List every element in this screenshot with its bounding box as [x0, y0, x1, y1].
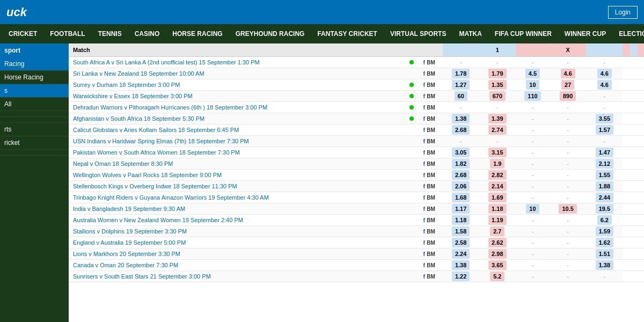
odds-cell[interactable]: 5.2 — [479, 271, 516, 282]
match-name[interactable]: Afghanistan v South Africa 18 September … — [69, 113, 401, 125]
odds-value[interactable]: 1.51 — [596, 249, 613, 259]
match-name[interactable]: Calicut Globstars v Aries Kollam Sailors… — [69, 125, 401, 136]
odds-value[interactable]: 2.98 — [488, 249, 506, 259]
odds-value[interactable]: 1.27 — [452, 80, 470, 90]
odds-cell[interactable]: 890 — [550, 91, 586, 102]
odds-cell[interactable]: 2.58 — [443, 237, 479, 248]
nav-item-virtual-sports[interactable]: VIRTUAL SPORTS — [384, 24, 452, 43]
odds-cell[interactable]: 2.62 — [479, 237, 516, 248]
odds-value[interactable]: 110 — [524, 91, 540, 101]
odds-value[interactable]: 3.55 — [596, 114, 613, 123]
sidebar-item[interactable] — [0, 150, 69, 156]
match-name[interactable]: Stellenbosch Kings v Overberg Indwe 18 S… — [69, 181, 401, 192]
odds-value[interactable]: 10 — [526, 80, 539, 90]
sidebar-item[interactable]: Racing — [0, 57, 69, 71]
sidebar-item[interactable]: rts — [0, 123, 69, 136]
nav-item-football[interactable]: FOOTBALL — [43, 24, 91, 43]
odds-value[interactable]: 1.22 — [452, 272, 470, 281]
match-name[interactable]: Lions v Markhors 20 September 3:30 PM — [69, 248, 401, 260]
nav-item-casino[interactable]: CASINO — [128, 24, 166, 43]
sidebar-item[interactable]: All — [0, 98, 69, 111]
odds-cell[interactable]: 1.59 — [586, 226, 623, 237]
odds-cell[interactable]: 1.38 — [586, 260, 623, 271]
odds-cell[interactable]: 1.58 — [443, 226, 479, 237]
match-name[interactable]: Sri Lanka v New Zealand 18 September 10:… — [69, 68, 401, 79]
odds-value[interactable]: 1.47 — [596, 148, 613, 157]
match-name[interactable]: Stallions v Dolphins 19 September 3:30 P… — [69, 226, 401, 237]
odds-value[interactable]: 2.74 — [488, 125, 506, 135]
odds-value[interactable]: 1.58 — [452, 226, 470, 236]
odds-cell[interactable]: 1.79 — [479, 68, 516, 79]
odds-value[interactable]: 1.78 — [452, 69, 470, 78]
odds-value[interactable]: 1.55 — [596, 170, 613, 180]
odds-value[interactable]: 2.68 — [452, 170, 470, 180]
odds-cell[interactable]: 10 — [516, 79, 550, 91]
odds-value[interactable]: 2.14 — [488, 181, 506, 191]
odds-cell[interactable]: 2.12 — [586, 158, 623, 170]
odds-value[interactable]: 1.39 — [488, 114, 506, 123]
match-name[interactable]: Trinbago Knight Riders v Guyana Amazon W… — [69, 192, 401, 203]
odds-value[interactable]: 2.68 — [452, 125, 470, 135]
match-name[interactable]: Wellington Wolves v Paarl Rocks 18 Septe… — [69, 170, 401, 181]
match-name[interactable]: Sunrisers v South East Stars 21 Septembe… — [69, 271, 401, 282]
odds-cell[interactable]: 1.18 — [479, 203, 516, 215]
odds-value[interactable]: 1.18 — [452, 215, 470, 225]
odds-cell[interactable]: 3.15 — [479, 147, 516, 158]
odds-value[interactable]: 3.05 — [452, 148, 470, 157]
odds-cell[interactable]: 2.14 — [479, 181, 516, 192]
odds-cell[interactable]: 2.68 — [443, 125, 479, 136]
odds-cell[interactable]: 1.51 — [586, 248, 623, 260]
odds-cell[interactable]: 110 — [516, 91, 550, 102]
odds-cell[interactable]: 19.5 — [586, 203, 623, 215]
odds-cell[interactable]: 27 — [550, 79, 586, 91]
odds-value[interactable]: 1.59 — [596, 226, 613, 236]
odds-value[interactable]: 1.17 — [452, 204, 470, 214]
odds-value[interactable]: 4.6 — [597, 69, 612, 78]
odds-value[interactable]: 2.62 — [488, 238, 506, 247]
odds-value[interactable]: 1.18 — [488, 204, 506, 214]
login-button[interactable]: Login — [608, 6, 638, 19]
odds-cell[interactable]: 1.22 — [443, 271, 479, 282]
odds-cell[interactable]: 4.5 — [516, 68, 550, 79]
odds-cell[interactable]: 2.44 — [586, 192, 623, 203]
odds-value[interactable]: 2.7 — [490, 226, 504, 236]
odds-cell[interactable]: 1.47 — [586, 147, 623, 158]
odds-value[interactable]: 1.35 — [488, 80, 506, 90]
sidebar-item[interactable] — [0, 117, 69, 123]
odds-cell[interactable]: 1.35 — [479, 79, 516, 91]
odds-value[interactable]: 1.79 — [488, 69, 506, 78]
odds-value[interactable]: 1.62 — [596, 238, 613, 247]
odds-value[interactable]: 4.6 — [561, 69, 575, 78]
odds-cell[interactable]: 1.82 — [443, 158, 479, 170]
odds-cell[interactable]: 4.6 — [586, 68, 623, 79]
sidebar-item[interactable] — [0, 111, 69, 117]
nav-item-horse-racing[interactable]: HORSE RACING — [166, 24, 229, 43]
match-name[interactable]: Surrey v Durham 18 September 3:00 PM — [69, 79, 401, 91]
odds-cell[interactable]: 670 — [479, 91, 516, 102]
odds-cell[interactable]: 2.24 — [443, 248, 479, 260]
odds-cell[interactable]: 1.39 — [479, 113, 516, 125]
odds-value[interactable]: 4.5 — [525, 69, 540, 78]
nav-item-fantasy-cricket[interactable]: FANTASY CRICKET — [311, 24, 384, 43]
odds-value[interactable]: 1.88 — [596, 181, 613, 191]
odds-value[interactable]: 1.57 — [596, 125, 613, 135]
match-name[interactable]: Pakistan Women v South Africa Women 18 S… — [69, 147, 401, 158]
odds-value[interactable]: 10.5 — [559, 204, 576, 214]
odds-cell[interactable]: 3.55 — [586, 113, 623, 125]
nav-item-election[interactable]: ELECTION — [612, 24, 644, 43]
odds-cell[interactable]: 60 — [443, 91, 479, 102]
odds-value[interactable]: 10 — [526, 204, 539, 214]
nav-item-greyhound-racing[interactable]: GREYHOUND RACING — [229, 24, 311, 43]
odds-value[interactable]: 1.82 — [452, 159, 470, 169]
odds-value[interactable]: 1.38 — [452, 114, 470, 123]
match-name[interactable]: USN Indians v Haridwar Spring Elmas (7th… — [69, 136, 401, 147]
sidebar-item[interactable]: Horse Racing — [0, 71, 69, 84]
odds-cell[interactable]: 2.06 — [443, 181, 479, 192]
nav-item-fifa-cup-winner[interactable]: FIFA CUP WINNER — [488, 24, 558, 43]
odds-cell[interactable]: 2.74 — [479, 125, 516, 136]
odds-value[interactable]: 4.6 — [597, 80, 612, 90]
odds-cell[interactable]: 10.5 — [550, 203, 586, 215]
odds-cell[interactable]: 1.9 — [479, 158, 516, 170]
odds-value[interactable]: 1.9 — [490, 159, 504, 169]
odds-cell[interactable]: 10 — [516, 203, 550, 215]
